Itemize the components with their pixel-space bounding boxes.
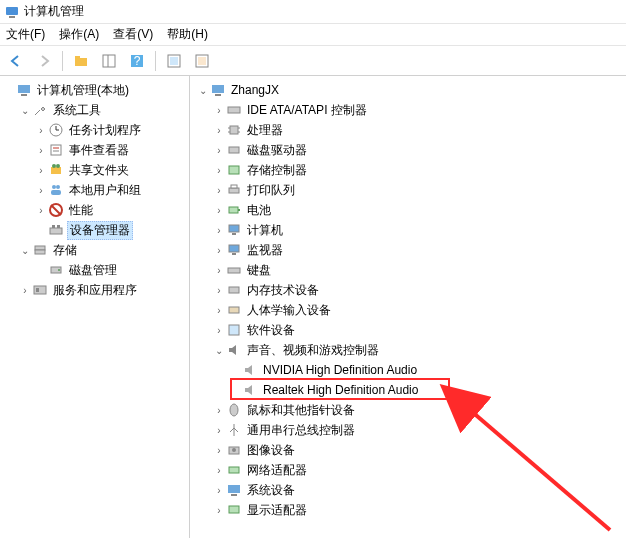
expander-icon[interactable]: › [212,423,226,437]
disk-drive-icon [226,142,242,158]
expander-icon[interactable]: › [212,203,226,217]
device-software[interactable]: ›软件设备 [190,320,626,340]
tree-users-groups[interactable]: ›本地用户和组 [0,180,189,200]
device-mouse[interactable]: ›鼠标和其他指针设备 [190,400,626,420]
device-display[interactable]: ›显示适配器 [190,500,626,520]
expander-icon[interactable]: › [212,303,226,317]
refresh-button[interactable] [162,49,186,73]
svg-rect-56 [229,325,239,335]
cpu-icon [226,122,242,138]
layout-button[interactable] [97,49,121,73]
refresh2-button[interactable] [190,49,214,73]
device-keyboard[interactable]: ›键盘 [190,260,626,280]
printer-icon [226,182,242,198]
svg-rect-60 [229,467,239,473]
expander-icon[interactable]: ⌄ [196,83,210,97]
expander-icon[interactable]: › [212,263,226,277]
computer-mgmt-icon [16,82,32,98]
svg-rect-62 [231,494,237,496]
device-disk-drive[interactable]: ›磁盘驱动器 [190,140,626,160]
expander-icon[interactable]: ⌄ [18,243,32,257]
expander-icon[interactable]: › [212,163,226,177]
expander-icon[interactable]: › [212,283,226,297]
device-ide[interactable]: ›IDE ATA/ATAPI 控制器 [190,100,626,120]
device-storage-ctrl[interactable]: ›存储控制器 [190,160,626,180]
expander-icon[interactable]: › [212,123,226,137]
svg-rect-36 [215,94,221,96]
device-memory[interactable]: ›内存技术设备 [190,280,626,300]
device-audio-nvidia[interactable]: NVIDIA High Definition Audio [190,360,626,380]
svg-rect-23 [51,190,61,195]
device-computer[interactable]: ›计算机 [190,220,626,240]
expander-icon[interactable]: › [34,183,48,197]
device-root[interactable]: ⌄ZhangJX [190,80,626,100]
menu-action[interactable]: 操作(A) [59,26,99,43]
svg-rect-11 [198,57,206,65]
tree-task-scheduler[interactable]: ›任务计划程序 [0,120,189,140]
tree-disk-management[interactable]: 磁盘管理 [0,260,189,280]
usb-icon [226,422,242,438]
svg-text:?: ? [134,54,141,68]
expander-icon[interactable]: › [212,103,226,117]
svg-point-57 [230,404,238,416]
device-print-queue[interactable]: ›打印队列 [190,180,626,200]
expander-icon[interactable]: ⌄ [212,343,226,357]
menubar: 文件(F) 操作(A) 查看(V) 帮助(H) [0,24,626,46]
device-usb[interactable]: ›通用串行总线控制器 [190,420,626,440]
forward-button[interactable] [32,49,56,73]
svg-rect-13 [21,94,27,96]
device-audio-realtek[interactable]: Realtek High Definition Audio [190,380,626,400]
expander-icon[interactable]: › [212,443,226,457]
svg-rect-27 [52,225,55,228]
system-icon [226,482,242,498]
svg-rect-1 [9,16,15,18]
expander-icon[interactable]: › [212,463,226,477]
device-network[interactable]: ›网络适配器 [190,460,626,480]
tree-device-manager[interactable]: 设备管理器 [0,220,189,240]
expander-icon[interactable]: › [212,183,226,197]
expander-icon[interactable]: › [34,163,48,177]
tree-services[interactable]: ›服务和应用程序 [0,280,189,300]
device-sound[interactable]: ⌄声音、视频和游戏控制器 [190,340,626,360]
svg-rect-12 [18,85,30,93]
tree-root[interactable]: 计算机管理(本地) [0,80,189,100]
tree-storage[interactable]: ⌄存储 [0,240,189,260]
battery-icon [226,202,242,218]
expander-icon[interactable]: › [212,223,226,237]
expander-icon[interactable]: › [34,143,48,157]
device-cpu[interactable]: ›处理器 [190,120,626,140]
expander-icon[interactable]: › [212,143,226,157]
svg-rect-53 [228,268,240,273]
hid-icon [226,302,242,318]
svg-rect-38 [230,126,238,134]
tree-event-viewer[interactable]: ›事件查看器 [0,140,189,160]
tree-shared-folders[interactable]: ›共享文件夹 [0,160,189,180]
menu-help[interactable]: 帮助(H) [167,26,208,43]
device-battery[interactable]: ›电池 [190,200,626,220]
menu-file[interactable]: 文件(F) [6,26,45,43]
folder-button[interactable] [69,49,93,73]
device-system[interactable]: ›系统设备 [190,480,626,500]
expander-icon[interactable]: › [18,283,32,297]
device-hid[interactable]: ›人体学输入设备 [190,300,626,320]
help-button[interactable]: ? [125,49,149,73]
expander-icon[interactable]: › [212,483,226,497]
speaker-icon [242,362,258,378]
expander-icon[interactable]: › [212,403,226,417]
expander-icon[interactable]: › [34,203,48,217]
expander-icon[interactable]: ⌄ [18,103,32,117]
device-image[interactable]: ›图像设备 [190,440,626,460]
device-mgr-icon [48,222,64,238]
expander-icon[interactable]: › [212,323,226,337]
tree-performance[interactable]: ›性能 [0,200,189,220]
expander-icon[interactable]: › [34,123,48,137]
speaker-icon [226,342,242,358]
tree-system-tools[interactable]: ⌄系统工具 [0,100,189,120]
device-monitor[interactable]: ›监视器 [190,240,626,260]
back-button[interactable] [4,49,28,73]
expander-icon[interactable]: › [212,243,226,257]
svg-rect-28 [57,225,60,228]
menu-view[interactable]: 查看(V) [113,26,153,43]
users-icon [48,182,64,198]
expander-icon[interactable]: › [212,503,226,517]
